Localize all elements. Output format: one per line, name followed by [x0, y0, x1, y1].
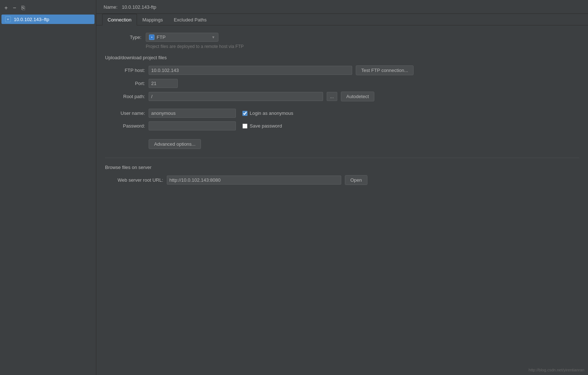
tab-bar: Connection Mappings Excluded Paths [96, 14, 588, 25]
password-input[interactable] [149, 121, 236, 130]
root-path-row: Root path: ... Autodetect [105, 92, 579, 101]
port-input[interactable] [149, 79, 178, 88]
save-password-checkbox[interactable] [242, 124, 247, 129]
root-path-input[interactable] [149, 92, 323, 101]
save-password-label[interactable]: Save password [242, 123, 282, 129]
login-anonymous-text: Login as anonymous [250, 110, 293, 116]
advanced-options-button[interactable]: Advanced options... [149, 139, 201, 149]
tab-mappings[interactable]: Mappings [137, 14, 168, 25]
remove-server-button[interactable]: − [11, 4, 17, 12]
name-label: Name: [104, 4, 117, 10]
autodetect-button[interactable]: Autodetect [341, 92, 374, 101]
advanced-options-row: Advanced options... [149, 139, 579, 149]
web-server-url-label: Web server root URL: [105, 177, 163, 183]
user-name-label: User name: [105, 110, 145, 116]
add-server-button[interactable]: + [3, 4, 9, 12]
sidebar-item-server[interactable]: ≡ 10.0.102.143–ftp [1, 15, 94, 24]
ftp-host-input[interactable] [149, 66, 352, 75]
login-anonymous-label[interactable]: Login as anonymous [242, 110, 293, 116]
copy-server-button[interactable]: ⎘ [20, 4, 27, 12]
web-server-url-input[interactable] [167, 176, 341, 185]
save-password-text: Save password [250, 123, 282, 129]
section-divider [105, 158, 579, 158]
login-anonymous-group: Login as anonymous [242, 110, 293, 116]
root-path-browse-button[interactable]: ... [327, 92, 337, 101]
user-name-row: User name: Login as anonymous [105, 109, 579, 118]
footer-watermark: http://blog.csdn.net/yirentianran [529, 368, 584, 372]
port-label: Port: [105, 81, 145, 86]
type-label: Type: [105, 35, 141, 40]
save-password-group: Save password [242, 123, 282, 129]
password-row: Password: Save password [105, 121, 579, 130]
type-row: Type: ≡ FTP ▼ [105, 33, 579, 42]
web-server-url-row: Web server root URL: Open [105, 175, 579, 185]
root-path-label: Root path: [105, 94, 145, 99]
name-row: Name: 10.0.102.143-ftp [96, 0, 588, 14]
open-button[interactable]: Open [345, 175, 367, 185]
test-ftp-button[interactable]: Test FTP connection... [356, 65, 414, 75]
sidebar-item-label: 10.0.102.143–ftp [14, 17, 49, 22]
tab-excluded-paths[interactable]: Excluded Paths [168, 14, 212, 25]
type-value: FTP [157, 35, 166, 40]
sidebar-toolbar: + − ⎘ [0, 3, 96, 15]
upload-section-title: Upload/download project files [105, 55, 579, 60]
port-row: Port: [105, 79, 579, 88]
sidebar: + − ⎘ ≡ 10.0.102.143–ftp [0, 0, 96, 375]
ftp-type-icon: ≡ [149, 35, 154, 40]
user-name-input[interactable] [149, 109, 236, 118]
main-panel: Name: 10.0.102.143-ftp Connection Mappin… [96, 0, 588, 375]
tab-connection[interactable]: Connection [102, 14, 137, 25]
connection-form: Type: ≡ FTP ▼ Project files are deployed… [96, 25, 588, 196]
ftp-host-label: FTP host: [105, 68, 145, 73]
password-label: Password: [105, 123, 145, 129]
ftp-host-row: FTP host: Test FTP connection... [105, 65, 579, 75]
chevron-down-icon: ▼ [212, 35, 215, 39]
browse-section-title: Browse files on server [105, 165, 579, 170]
type-hint: Project files are deployed to a remote h… [146, 44, 579, 49]
login-anonymous-checkbox[interactable] [242, 111, 247, 116]
type-select[interactable]: ≡ FTP ▼ [146, 33, 218, 42]
ftp-icon: ≡ [5, 16, 11, 22]
name-value: 10.0.102.143-ftp [122, 4, 156, 10]
